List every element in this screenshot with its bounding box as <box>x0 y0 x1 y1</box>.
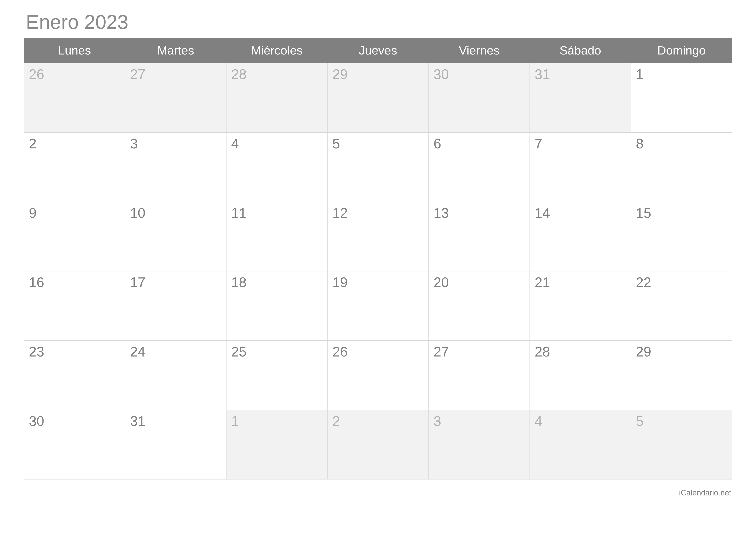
day-cell: 1 <box>226 410 327 479</box>
week-row: 16 17 18 19 20 21 22 <box>24 271 732 341</box>
day-cell: 22 <box>631 271 732 341</box>
day-cell: 8 <box>631 133 732 202</box>
day-cell: 1 <box>631 63 732 133</box>
day-cell: 6 <box>429 133 530 202</box>
day-cell: 25 <box>226 341 327 410</box>
day-cell: 15 <box>631 202 732 271</box>
day-cell: 31 <box>530 63 631 133</box>
day-cell: 28 <box>226 63 327 133</box>
day-cell: 11 <box>226 202 327 271</box>
day-cell: 18 <box>226 271 327 341</box>
day-cell: 30 <box>429 63 530 133</box>
day-cell: 27 <box>429 341 530 410</box>
week-row: 2 3 4 5 6 7 8 <box>24 133 732 202</box>
day-cell: 23 <box>24 341 125 410</box>
footer-credit: iCalendario.net <box>679 488 731 497</box>
weekday-header: Miércoles <box>226 38 327 63</box>
day-cell: 3 <box>429 410 530 479</box>
day-cell: 7 <box>530 133 631 202</box>
day-cell: 2 <box>24 133 125 202</box>
day-cell: 27 <box>125 63 226 133</box>
week-row: 26 27 28 29 30 31 1 <box>24 63 732 133</box>
weekday-header: Domingo <box>631 38 732 63</box>
day-cell: 4 <box>226 133 327 202</box>
week-row: 9 10 11 12 13 14 15 <box>24 202 732 271</box>
week-row: 23 24 25 26 27 28 29 <box>24 341 732 410</box>
calendar-table: Lunes Martes Miércoles Jueves Viernes Sá… <box>24 38 732 479</box>
weekday-header: Lunes <box>24 38 125 63</box>
calendar-title: Enero 2023 <box>24 11 732 33</box>
day-cell: 9 <box>24 202 125 271</box>
weekday-header: Martes <box>125 38 226 63</box>
day-cell: 20 <box>429 271 530 341</box>
day-cell: 13 <box>429 202 530 271</box>
day-cell: 17 <box>125 271 226 341</box>
day-cell: 3 <box>125 133 226 202</box>
day-cell: 31 <box>125 410 226 479</box>
weekday-header-row: Lunes Martes Miércoles Jueves Viernes Sá… <box>24 38 732 63</box>
day-cell: 19 <box>327 271 428 341</box>
weekday-header: Jueves <box>327 38 428 63</box>
calendar-container: Enero 2023 Lunes Martes Miércoles Jueves… <box>0 0 756 479</box>
day-cell: 21 <box>530 271 631 341</box>
day-cell: 29 <box>327 63 428 133</box>
weekday-header: Sábado <box>530 38 631 63</box>
day-cell: 10 <box>125 202 226 271</box>
day-cell: 5 <box>631 410 732 479</box>
day-cell: 16 <box>24 271 125 341</box>
day-cell: 30 <box>24 410 125 479</box>
day-cell: 5 <box>327 133 428 202</box>
day-cell: 26 <box>327 341 428 410</box>
day-cell: 4 <box>530 410 631 479</box>
day-cell: 29 <box>631 341 732 410</box>
day-cell: 14 <box>530 202 631 271</box>
week-row: 30 31 1 2 3 4 5 <box>24 410 732 479</box>
day-cell: 12 <box>327 202 428 271</box>
day-cell: 2 <box>327 410 428 479</box>
day-cell: 26 <box>24 63 125 133</box>
calendar-body: 26 27 28 29 30 31 1 2 3 4 5 6 7 8 9 10 1… <box>24 63 732 479</box>
weekday-header: Viernes <box>429 38 530 63</box>
day-cell: 28 <box>530 341 631 410</box>
day-cell: 24 <box>125 341 226 410</box>
